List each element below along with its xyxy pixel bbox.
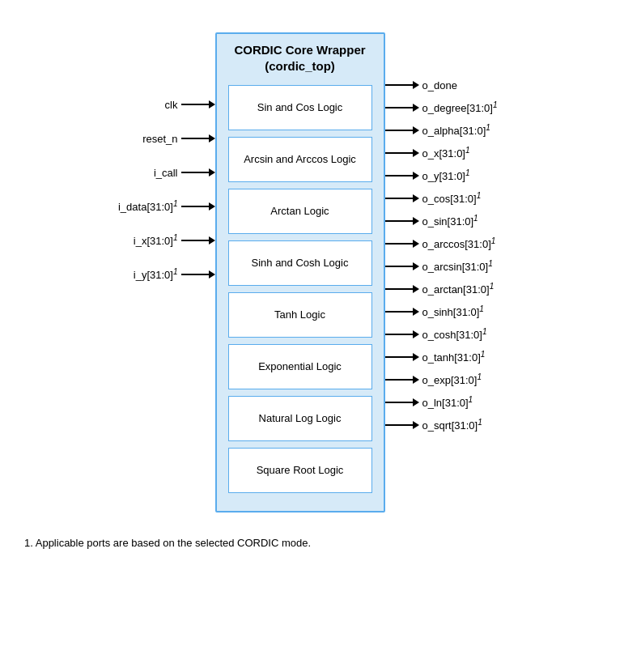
output-row: o_cosh[31:0]1 xyxy=(385,324,516,345)
submodule-block: Exponential Logic xyxy=(228,344,372,389)
diagram: clkreset_ni_calli_data[31:0]1i_x[31:0]1i… xyxy=(16,32,608,513)
output-row: o_sinh[31:0]1 xyxy=(385,301,516,322)
input-arrow xyxy=(181,134,215,142)
output-row: o_done xyxy=(385,74,516,96)
input-arrow xyxy=(181,236,215,245)
input-arrow xyxy=(181,202,215,211)
input-label: i_x[31:0]1 xyxy=(108,233,181,247)
left-inputs-column: clkreset_ni_calli_data[31:0]1i_x[31:0]1i… xyxy=(108,32,215,291)
input-row: i_call xyxy=(108,155,215,189)
output-label: o_x[31:0]1 xyxy=(419,146,516,159)
output-label: o_arctan[31:0]1 xyxy=(419,282,516,296)
output-arrow xyxy=(385,398,419,406)
output-row: o_sqrt[31:0]1 xyxy=(385,415,516,436)
output-arrow xyxy=(385,126,419,134)
input-label: clk xyxy=(108,99,181,111)
submodule-block: Sinh and Cosh Logic xyxy=(228,240,372,286)
output-arrow xyxy=(385,421,419,429)
right-outputs-column: o_doneo_degree[31:0]1o_alpha[31:0]1o_x[3… xyxy=(385,32,516,437)
output-label: o_cos[31:0]1 xyxy=(419,191,516,205)
input-arrow xyxy=(181,168,215,177)
input-label: i_call xyxy=(108,167,181,179)
output-arrow xyxy=(385,330,419,338)
output-row: o_cos[31:0]1 xyxy=(385,188,516,209)
submodule-block: Arctan Logic xyxy=(228,189,372,234)
input-row: reset_n xyxy=(108,121,215,155)
output-row: o_exp[31:0]1 xyxy=(385,369,516,390)
output-arrow xyxy=(385,240,419,248)
output-arrow xyxy=(385,285,419,293)
input-label: reset_n xyxy=(108,133,181,145)
submodule-block: Tanh Logic xyxy=(228,292,372,338)
submodule-block: Natural Log Logic xyxy=(228,396,372,441)
output-arrow xyxy=(385,194,419,202)
input-label: i_y[31:0]1 xyxy=(108,267,181,281)
output-arrow xyxy=(385,262,419,270)
submodule-block: Sin and Cos Logic xyxy=(228,85,372,130)
output-row: o_arccos[31:0]1 xyxy=(385,233,516,254)
submodule-block: Arcsin and Arccos Logic xyxy=(228,137,372,182)
input-row: i_data[31:0]1 xyxy=(108,189,215,223)
footnote: 1. Applicable ports are based on the sel… xyxy=(16,537,608,549)
output-arrow xyxy=(385,308,419,316)
input-arrow xyxy=(181,100,215,108)
output-row: o_y[31:0]1 xyxy=(385,165,516,186)
output-row: o_ln[31:0]1 xyxy=(385,392,516,413)
output-arrow xyxy=(385,149,419,157)
input-arrow xyxy=(181,270,215,279)
input-row: i_x[31:0]1 xyxy=(108,223,215,257)
output-label: o_y[31:0]1 xyxy=(419,168,516,182)
output-arrow xyxy=(385,376,419,384)
output-row: o_sin[31:0]1 xyxy=(385,211,516,232)
output-arrow xyxy=(385,172,419,180)
output-row: o_alpha[31:0]1 xyxy=(385,120,516,141)
output-arrow xyxy=(385,81,419,89)
output-label: o_alpha[31:0]1 xyxy=(419,123,516,137)
submodule-block: Square Root Logic xyxy=(228,448,372,493)
core-title: CORDIC Core Wrapper(cordic_top) xyxy=(234,42,365,75)
output-row: o_tanh[31:0]1 xyxy=(385,347,516,368)
input-row: i_y[31:0]1 xyxy=(108,257,215,291)
input-label: i_data[31:0]1 xyxy=(108,199,181,213)
output-label: o_sin[31:0]1 xyxy=(419,214,516,228)
output-row: o_arcsin[31:0]1 xyxy=(385,256,516,277)
output-label: o_arccos[31:0]1 xyxy=(419,236,516,250)
output-label: o_degree[31:0]1 xyxy=(419,100,516,114)
output-label: o_exp[31:0]1 xyxy=(419,372,516,386)
output-row: o_arctan[31:0]1 xyxy=(385,279,516,300)
output-label: o_cosh[31:0]1 xyxy=(419,327,516,341)
input-row: clk xyxy=(108,87,215,121)
output-row: o_x[31:0]1 xyxy=(385,142,516,164)
output-label: o_sqrt[31:0]1 xyxy=(419,418,516,432)
output-arrow xyxy=(385,104,419,112)
output-arrow xyxy=(385,353,419,361)
cordic-core-wrapper: CORDIC Core Wrapper(cordic_top)Sin and C… xyxy=(215,32,385,513)
output-label: o_tanh[31:0]1 xyxy=(419,350,516,364)
output-label: o_ln[31:0]1 xyxy=(419,395,516,409)
output-label: o_done xyxy=(419,79,516,91)
output-arrow xyxy=(385,217,419,225)
output-label: o_arcsin[31:0]1 xyxy=(419,259,516,273)
output-row: o_degree[31:0]1 xyxy=(385,97,516,118)
output-label: o_sinh[31:0]1 xyxy=(419,304,516,318)
